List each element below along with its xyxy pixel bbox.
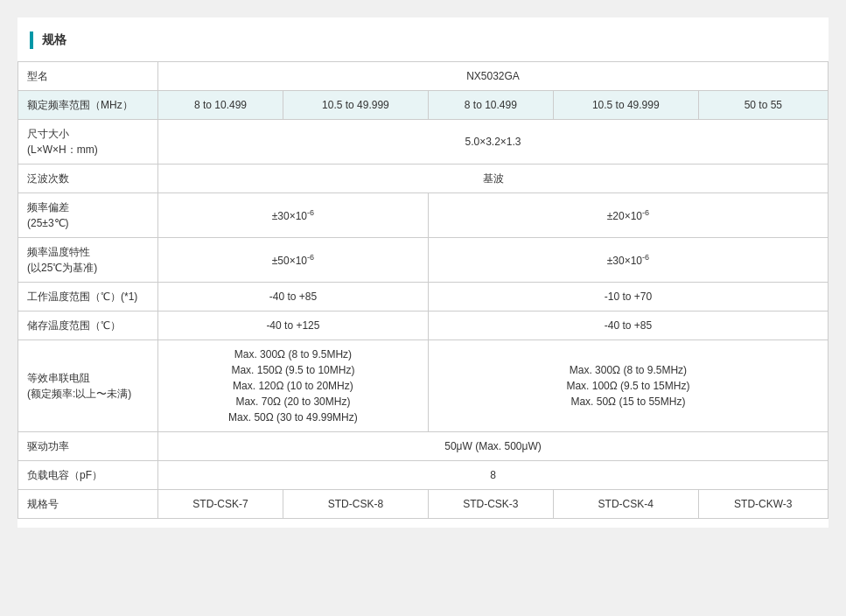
freq-temp-label: 频率温度特性(以25℃为基准) xyxy=(18,238,158,283)
table-row-esr: 等效串联电阻(额定频率:以上〜未满) Max. 300Ω (8 to 9.5MH… xyxy=(18,340,829,432)
freq-col-2: 10.5 to 49.999 xyxy=(283,91,429,120)
spec-col-3: STD-CSK-3 xyxy=(428,490,553,519)
cap-label: 负载电容（pF） xyxy=(18,461,158,490)
drive-label: 驱动功率 xyxy=(18,432,158,461)
wave-label: 泛波次数 xyxy=(18,164,158,193)
size-label: 尺寸大小(L×W×H：mm) xyxy=(18,120,158,164)
esr-label: 等效串联电阻(额定频率:以上〜未满) xyxy=(18,340,158,432)
stor-temp-col2: -40 to +85 xyxy=(428,312,828,340)
spec-label: 规格号 xyxy=(18,490,158,519)
section-header: 规格 xyxy=(17,26,829,54)
section-header-bar xyxy=(30,32,33,49)
table-row-stor-temp: 储存温度范围（℃） -40 to +125 -40 to +85 xyxy=(18,312,829,340)
op-temp-col2: -10 to +70 xyxy=(428,283,828,312)
size-value: 5.0×3.2×1.3 xyxy=(158,120,829,164)
table-row-spec: 规格号 STD-CSK-7 STD-CSK-8 STD-CSK-3 STD-CS… xyxy=(18,490,829,519)
main-container: 规格 型名 NX5032GA 额定频率范围（MHz） 8 to 10.499 1… xyxy=(17,18,829,528)
spec-col-4: STD-CSK-4 xyxy=(553,490,698,519)
table-row-drive: 驱动功率 50μW (Max. 500μW) xyxy=(18,432,829,461)
freq-col-5: 50 to 55 xyxy=(698,91,828,120)
spec-col-1: STD-CSK-7 xyxy=(158,490,283,519)
wave-value: 基波 xyxy=(158,164,829,193)
table-row-wave: 泛波次数 基波 xyxy=(18,164,829,193)
esr-col1: Max. 300Ω (8 to 9.5MHz) Max. 150Ω (9.5 t… xyxy=(158,340,429,432)
table-row-size: 尺寸大小(L×W×H：mm) 5.0×3.2×1.3 xyxy=(18,120,829,164)
table-row-freq-dev: 频率偏差(25±3℃) ±30×10-6 ±20×10-6 xyxy=(18,193,829,238)
table-row-cap: 负载电容（pF） 8 xyxy=(18,461,829,490)
cap-value: 8 xyxy=(158,461,829,490)
op-temp-label: 工作温度范围（℃）(*1) xyxy=(18,283,158,312)
op-temp-col1: -40 to +85 xyxy=(158,283,429,312)
table-row-freq-temp: 频率温度特性(以25℃为基准) ±50×10-6 ±30×10-6 xyxy=(18,238,829,283)
table-row-freq: 额定频率范围（MHz） 8 to 10.499 10.5 to 49.999 8… xyxy=(18,91,829,120)
freq-col-4: 10.5 to 49.999 xyxy=(553,91,698,120)
freq-col-3: 8 to 10.499 xyxy=(428,91,553,120)
spec-table: 型名 NX5032GA 额定频率范围（MHz） 8 to 10.499 10.5… xyxy=(17,61,829,519)
stor-temp-col1: -40 to +125 xyxy=(158,312,429,340)
drive-value: 50μW (Max. 500μW) xyxy=(158,432,829,461)
freq-temp-col2: ±30×10-6 xyxy=(428,238,828,283)
model-label: 型名 xyxy=(18,62,158,91)
table-row-model: 型名 NX5032GA xyxy=(18,62,829,91)
freq-temp-col1: ±50×10-6 xyxy=(158,238,429,283)
stor-temp-label: 储存温度范围（℃） xyxy=(18,312,158,340)
spec-col-2: STD-CSK-8 xyxy=(283,490,429,519)
spec-col-5: STD-CKW-3 xyxy=(698,490,828,519)
model-value: NX5032GA xyxy=(158,62,829,91)
freq-dev-col2: ±20×10-6 xyxy=(428,193,828,238)
freq-label: 额定频率范围（MHz） xyxy=(18,91,158,120)
freq-dev-label: 频率偏差(25±3℃) xyxy=(18,193,158,238)
freq-col-1: 8 to 10.499 xyxy=(158,91,283,120)
table-row-op-temp: 工作温度范围（℃）(*1) -40 to +85 -10 to +70 xyxy=(18,283,829,312)
esr-col2: Max. 300Ω (8 to 9.5MHz) Max. 100Ω (9.5 t… xyxy=(428,340,828,432)
section-title: 规格 xyxy=(42,32,66,48)
freq-dev-col1: ±30×10-6 xyxy=(158,193,429,238)
